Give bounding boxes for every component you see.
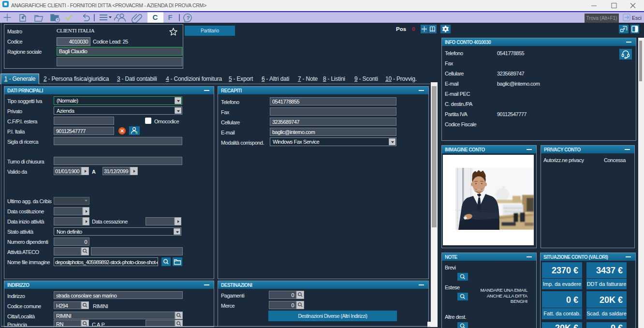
svg-text:C: C [153, 13, 158, 21]
svg-text:?: ? [187, 15, 190, 21]
svg-text:F: F [168, 13, 172, 21]
